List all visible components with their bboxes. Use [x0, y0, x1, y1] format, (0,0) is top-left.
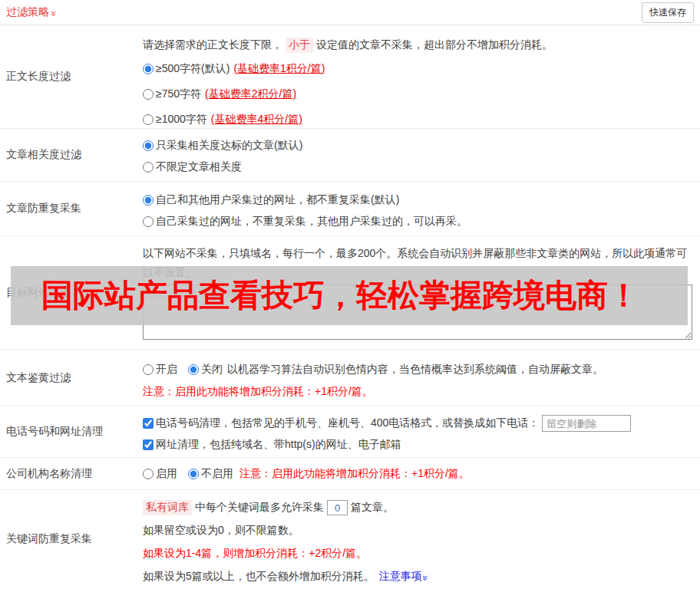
keyword-count-input[interactable]: [327, 500, 348, 515]
replacement-phone-input[interactable]: [542, 415, 631, 432]
company-option-on-radio[interactable]: [143, 469, 154, 479]
porn-option-off[interactable]: 关闭: [188, 363, 223, 377]
porn-note: 注意：启用此功能将增加积分消耗：+1积分/篇。: [143, 380, 694, 403]
length-option-500-fee: (基础费率1积分/篇): [233, 62, 325, 76]
row-content: 只采集相关度达标的文章(默认) 不限定文章相关度: [143, 129, 700, 181]
phone-cleanup-label: 电话号码清理，包括常见的手机号、座机号、400电话格式，或替换成如下电话：: [156, 416, 539, 430]
porn-options-line: 开启 关闭 以机器学习算法自动识别色情内容，当色情概率达到系统阈值，自动屏蔽文章…: [143, 359, 694, 380]
row-label: 文章相关度过滤: [0, 129, 143, 181]
company-option-off-radio[interactable]: [188, 469, 199, 479]
length-option-1000-fee: (基础费率4积分/篇): [211, 113, 302, 127]
row-label: 文本鉴黄过滤: [0, 350, 143, 406]
porn-option-off-radio[interactable]: [188, 364, 199, 375]
row-content: 请选择需求的正文长度下限， 小于 设定值的文章不采集，超出部分不增加积分消耗。 …: [143, 25, 700, 128]
company-option-on[interactable]: 启用: [143, 467, 177, 481]
row-label: 公司机构名称清理: [0, 458, 143, 489]
length-intro-post: 设定值的文章不采集，超出部分不增加积分消耗。: [316, 38, 553, 52]
row-label: 正文长度过滤: [0, 25, 143, 128]
porn-option-on-label: 开启: [156, 363, 177, 377]
length-option-750-label: ≥750字符: [156, 87, 201, 101]
porn-option-off-label: 关闭: [201, 363, 223, 377]
length-option-750-fee: (基础费率2积分/篇): [205, 87, 296, 101]
row-porn-filter: 文本鉴黄过滤 开启 关闭 以机器学习算法自动识别色情内容，当色情概率达到系统阈值…: [0, 350, 700, 406]
page-title-text: 过滤策略: [6, 5, 49, 19]
row-content: 私有词库 中每个关键词最多允许采集 篇文章。 如果留空或设为0，则不限篇数。 如…: [143, 490, 700, 588]
length-option-1000-radio[interactable]: [143, 114, 154, 125]
length-option-750-radio[interactable]: [143, 89, 154, 100]
length-option-750[interactable]: ≥750字符 (基础费率2积分/篇): [143, 81, 694, 107]
dedup-option-self-only-label: 自己采集过的网址，不重复采集，其他用户采集过的，可以再采。: [156, 215, 467, 229]
quick-save-button[interactable]: 快速保存: [642, 2, 694, 23]
keyword-line4: 如果设为5篇或以上，也不会额外增加积分消耗。 注意事项 »: [143, 565, 694, 588]
length-intro-highlight: 小于: [286, 38, 313, 53]
dedup-option-all-users-label: 自己和其他用户采集过的网址，都不重复采集(默认): [156, 193, 399, 207]
row-relevance-filter: 文章相关度过滤 只采集相关度达标的文章(默认) 不限定文章相关度: [0, 129, 700, 182]
row-label: 关键词防重复采集: [0, 490, 143, 588]
keyword-line3: 如果设为1-4篇，则增加积分消耗：+2积分/篇。: [143, 542, 694, 565]
url-cleanup-line: 网址清理，包括纯域名、带http(s)的网址、电子邮箱: [143, 434, 694, 456]
row-body-length-filter: 正文长度过滤 请选择需求的正文长度下限， 小于 设定值的文章不采集，超出部分不增…: [0, 25, 700, 129]
length-intro: 请选择需求的正文长度下限， 小于 设定值的文章不采集，超出部分不增加积分消耗。: [143, 35, 694, 56]
keyword-line1: 私有词库 中每个关键词最多允许采集 篇文章。: [143, 496, 694, 519]
dedup-option-self-only-radio[interactable]: [143, 216, 154, 227]
porn-desc: 以机器学习算法自动识别色情内容，当色情概率达到系统阈值，自动屏蔽文章。: [227, 363, 603, 377]
row-content: 电话号码清理，包括常见的手机号、座机号、400电话格式，或替换成如下电话： 网址…: [143, 406, 700, 457]
row-dedup-collect: 文章防重复采集 自己和其他用户采集过的网址，都不重复采集(默认) 自己采集过的网…: [0, 182, 700, 236]
collapse-chevron-icon[interactable]: »: [49, 11, 59, 15]
length-option-1000-label: ≥1000字符: [156, 113, 207, 127]
phone-cleanup-checkbox[interactable]: [143, 418, 154, 429]
relevance-option-any-radio[interactable]: [143, 162, 154, 173]
company-option-on-label: 启用: [156, 467, 177, 481]
row-content: 启用 不启用 注意：启用此功能将增加积分消耗：+1积分/篇。: [143, 458, 700, 489]
url-cleanup-checkbox[interactable]: [143, 439, 154, 450]
keyword-line1-mid: 中每个关键词最多允许采集: [195, 501, 324, 515]
row-phone-url-cleanup: 电话号码和网址清理 电话号码清理，包括常见的手机号、座机号、400电话格式，或替…: [0, 406, 700, 458]
dedup-option-self-only[interactable]: 自己采集过的网址，不重复采集，其他用户采集过的，可以再采。: [143, 211, 694, 232]
company-note: 注意：启用此功能将增加积分消耗：+1积分/篇。: [239, 467, 470, 481]
company-option-off[interactable]: 不启用: [188, 467, 233, 481]
relevance-option-strict-label: 只采集相关度达标的文章(默认): [156, 139, 302, 153]
row-label: 文章防重复采集: [0, 182, 143, 235]
keyword-line1-end: 篇文章。: [351, 501, 394, 515]
row-content: 自己和其他用户采集过的网址，都不重复采集(默认) 自己采集过的网址，不重复采集，…: [143, 182, 700, 235]
company-option-off-label: 不启用: [201, 467, 233, 481]
phone-cleanup-line: 电话号码清理，包括常见的手机号、座机号、400电话格式，或替换成如下电话：: [143, 413, 694, 434]
page-header: 过滤策略 » 快速保存: [0, 0, 700, 25]
relevance-option-strict-radio[interactable]: [143, 140, 154, 151]
relevance-option-any[interactable]: 不限定文章相关度: [143, 156, 694, 178]
dedup-option-all-users-radio[interactable]: [143, 195, 154, 206]
length-option-500[interactable]: ≥500字符(默认) (基础费率1积分/篇): [143, 56, 694, 81]
keyword-line2: 如果留空或设为0，则不限篇数。: [143, 519, 694, 542]
row-label: 电话号码和网址清理: [0, 406, 143, 457]
relevance-option-any-label: 不限定文章相关度: [156, 160, 242, 174]
relevance-option-strict[interactable]: 只采集相关度达标的文章(默认): [143, 135, 694, 156]
chevron-down-icon: »: [421, 575, 431, 579]
length-option-500-label: ≥500字符(默认): [156, 62, 229, 76]
page-title: 过滤策略 »: [6, 5, 56, 19]
keyword-line4-text: 如果设为5篇或以上，也不会额外增加积分消耗。: [143, 570, 375, 584]
length-intro-pre: 请选择需求的正文长度下限，: [143, 38, 282, 52]
overlay-ad-banner: 国际站产品查看技巧，轻松掌握跨境电商！: [11, 266, 688, 325]
row-company-name-cleanup: 公司机构名称清理 启用 不启用 注意：启用此功能将增加积分消耗：+1积分/篇。: [0, 458, 700, 490]
notes-link[interactable]: 注意事项 »: [379, 570, 428, 584]
overlay-ad-banner-text: 国际站产品查看技巧，轻松掌握跨境电商！: [11, 275, 639, 317]
url-cleanup-label: 网址清理，包括纯域名、带http(s)的网址、电子邮箱: [156, 438, 401, 452]
notes-link-label: 注意事项: [379, 570, 422, 584]
porn-option-on[interactable]: 开启: [143, 363, 177, 377]
row-content: 开启 关闭 以机器学习算法自动识别色情内容，当色情概率达到系统阈值，自动屏蔽文章…: [143, 350, 700, 406]
private-lexicon-badge[interactable]: 私有词库: [143, 500, 192, 515]
row-keyword-dedup: 关键词防重复采集 私有词库 中每个关键词最多允许采集 篇文章。 如果留空或设为0…: [0, 490, 700, 588]
dedup-option-all-users[interactable]: 自己和其他用户采集过的网址，都不重复采集(默认): [143, 189, 694, 211]
porn-option-on-radio[interactable]: [143, 364, 154, 375]
length-option-500-radio[interactable]: [143, 64, 154, 74]
